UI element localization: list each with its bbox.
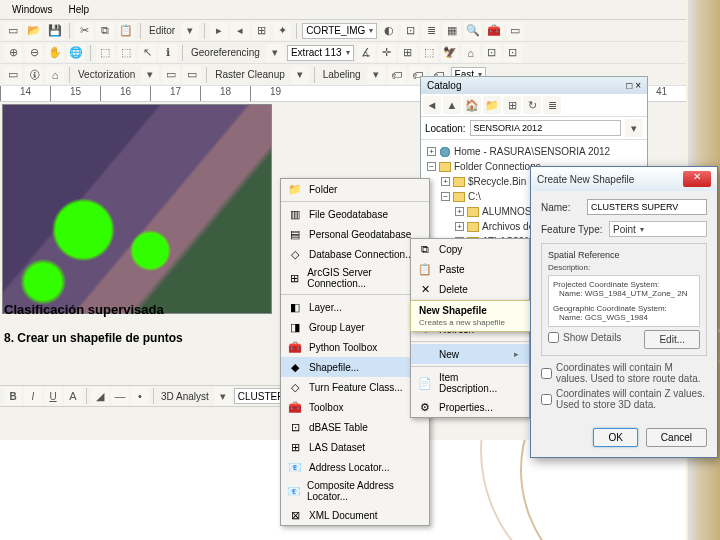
back-icon[interactable]: ◄ xyxy=(423,96,441,114)
marker-icon[interactable]: • xyxy=(131,387,149,405)
tree-home[interactable]: +Home - RASURA\SENSORIA 2012 xyxy=(427,144,641,159)
coord-m-check[interactable]: Coordinates will contain M values. Used … xyxy=(541,362,707,384)
tb-icon[interactable]: ∡ xyxy=(357,44,375,62)
menu-item-personalgdb[interactable]: ▤Personal Geodatabase xyxy=(281,224,429,244)
font-color-icon[interactable]: A xyxy=(64,387,82,405)
menu-item-paste[interactable]: 📋Paste xyxy=(411,259,529,279)
show-details-check[interactable]: Show Details xyxy=(548,332,621,343)
menu-item-xml[interactable]: ⊠XML Document xyxy=(281,505,429,525)
identify-icon[interactable]: ℹ xyxy=(159,44,177,62)
select-icon[interactable]: ↖ xyxy=(138,44,156,62)
zoom-out-icon[interactable]: ⊖ xyxy=(25,44,43,62)
python-icon[interactable]: ▭ xyxy=(506,22,524,40)
save-icon[interactable]: 💾 xyxy=(46,22,64,40)
tb-icon[interactable]: 🏷 xyxy=(388,66,406,84)
connect-folder-icon[interactable]: 📁 xyxy=(483,96,501,114)
full-extent-icon[interactable]: 🌐 xyxy=(67,44,85,62)
tb-icon[interactable]: ✛ xyxy=(378,44,396,62)
menu-item-dbase[interactable]: ⊡dBASE Table xyxy=(281,417,429,437)
catalog-pin-close[interactable]: □ × xyxy=(626,80,641,91)
menu-item-itemdesc[interactable]: 📄Item Description... xyxy=(411,369,529,397)
dropdown-icon[interactable]: ▾ xyxy=(214,387,232,405)
menu-item-toolbox[interactable]: 🧰Toolbox xyxy=(281,397,429,417)
menu-item-filegdb[interactable]: ▥File Geodatabase xyxy=(281,204,429,224)
menu-item-layer[interactable]: ◧Layer... xyxy=(281,297,429,317)
copy-icon[interactable]: ⧉ xyxy=(96,22,114,40)
menu-item-pytoolbox[interactable]: 🧰Python Toolbox xyxy=(281,337,429,357)
tb-icon[interactable]: ⌂ xyxy=(462,44,480,62)
menu-item-shapefile[interactable]: ◆Shapefile... xyxy=(281,357,429,377)
tb-icon[interactable]: ⊡ xyxy=(483,44,501,62)
open-icon[interactable]: 📂 xyxy=(25,22,43,40)
ok-button[interactable]: OK xyxy=(593,428,637,447)
toolbox-icon[interactable]: 🧰 xyxy=(485,22,503,40)
dropdown-icon[interactable]: ▾ xyxy=(181,22,199,40)
dropdown-icon[interactable]: ▾ xyxy=(266,44,284,62)
new-doc-icon[interactable]: ▭ xyxy=(4,22,22,40)
tb-icon[interactable]: ⊞ xyxy=(399,44,417,62)
catalog-title-text: Catalog xyxy=(427,80,461,91)
layer-combo[interactable]: CORTE_IMG▾ xyxy=(302,23,377,39)
menu-item-serverconn[interactable]: ⊞ArcGIS Server Connection... xyxy=(281,264,429,292)
zoom-in-icon[interactable]: ⊕ xyxy=(4,44,22,62)
map-view[interactable] xyxy=(2,104,272,314)
tree-icon[interactable]: ≣ xyxy=(543,96,561,114)
toc-icon[interactable]: ≣ xyxy=(422,22,440,40)
tb-icon[interactable]: ▸ xyxy=(210,22,228,40)
menu-item-new[interactable]: New▸ xyxy=(411,344,529,364)
tb-icon[interactable]: ⬚ xyxy=(420,44,438,62)
tb-icon[interactable]: ▭ xyxy=(162,66,180,84)
menu-item-grouplayer[interactable]: ◨Group Layer xyxy=(281,317,429,337)
line-icon[interactable]: — xyxy=(111,387,129,405)
dropdown-icon[interactable]: ▾ xyxy=(367,66,385,84)
feature-type-select[interactable]: Point▾ xyxy=(609,221,707,237)
tb-icon[interactable]: ⌂ xyxy=(46,66,64,84)
fill-icon[interactable]: ◢ xyxy=(91,387,109,405)
pan-icon[interactable]: ✋ xyxy=(46,44,64,62)
menu-item-delete[interactable]: ✕Delete xyxy=(411,279,529,299)
tb-icon[interactable]: ⊡ xyxy=(401,22,419,40)
underline-icon[interactable]: U xyxy=(44,387,62,405)
tb-icon[interactable]: ◐ xyxy=(380,22,398,40)
bold-icon[interactable]: B xyxy=(4,387,22,405)
menu-item-folder[interactable]: 📁Folder xyxy=(281,179,429,199)
menu-item-dbconn[interactable]: ◇Database Connection... xyxy=(281,244,429,264)
tb-icon[interactable]: ⊡ xyxy=(504,44,522,62)
menu-item-compaddr[interactable]: 📧Composite Address Locator... xyxy=(281,477,429,505)
edit-button[interactable]: Edit... xyxy=(644,330,700,349)
paste-icon[interactable]: 📋 xyxy=(117,22,135,40)
dropdown-icon[interactable]: ▾ xyxy=(141,66,159,84)
menu-windows[interactable]: Windows xyxy=(4,2,61,17)
menu-item-turnfc[interactable]: ◇Turn Feature Class... xyxy=(281,377,429,397)
tb-icon[interactable]: ⊞ xyxy=(252,22,270,40)
tb-icon[interactable]: ✦ xyxy=(273,22,291,40)
tb-icon[interactable]: ⬚ xyxy=(96,44,114,62)
menu-item-copy[interactable]: ⧉Copy xyxy=(411,239,529,259)
tb-icon[interactable]: 🛈 xyxy=(25,66,43,84)
menu-item-properties[interactable]: ⚙Properties... xyxy=(411,397,529,417)
cancel-button[interactable]: Cancel xyxy=(646,428,707,447)
location-input[interactable] xyxy=(470,120,621,136)
tb-icon[interactable]: ▭ xyxy=(183,66,201,84)
dropdown-icon[interactable]: ▾ xyxy=(625,119,643,137)
search-icon[interactable]: 🔍 xyxy=(464,22,482,40)
menu-item-las[interactable]: ⊞LAS Dataset xyxy=(281,437,429,457)
home-icon[interactable]: 🏠 xyxy=(463,96,481,114)
catalog-icon[interactable]: ▦ xyxy=(443,22,461,40)
italic-icon[interactable]: I xyxy=(24,387,42,405)
coord-z-check[interactable]: Coordinates will contain Z values. Used … xyxy=(541,388,707,410)
extract-combo[interactable]: Extract 113▾ xyxy=(287,45,354,61)
dropdown-icon[interactable]: ▾ xyxy=(291,66,309,84)
name-input[interactable] xyxy=(587,199,707,215)
cut-icon[interactable]: ✂ xyxy=(75,22,93,40)
tb-icon[interactable]: ⬚ xyxy=(117,44,135,62)
up-icon[interactable]: ▲ xyxy=(443,96,461,114)
tb-icon[interactable]: ◂ xyxy=(231,22,249,40)
toggle-icon[interactable]: ⊞ xyxy=(503,96,521,114)
close-button[interactable]: ✕ xyxy=(683,171,711,187)
tb-icon[interactable]: 🦅 xyxy=(441,44,459,62)
menu-help[interactable]: Help xyxy=(61,2,98,17)
refresh-icon[interactable]: ↻ xyxy=(523,96,541,114)
menu-item-addrloc[interactable]: 📧Address Locator... xyxy=(281,457,429,477)
tb-icon[interactable]: ▭ xyxy=(4,66,22,84)
